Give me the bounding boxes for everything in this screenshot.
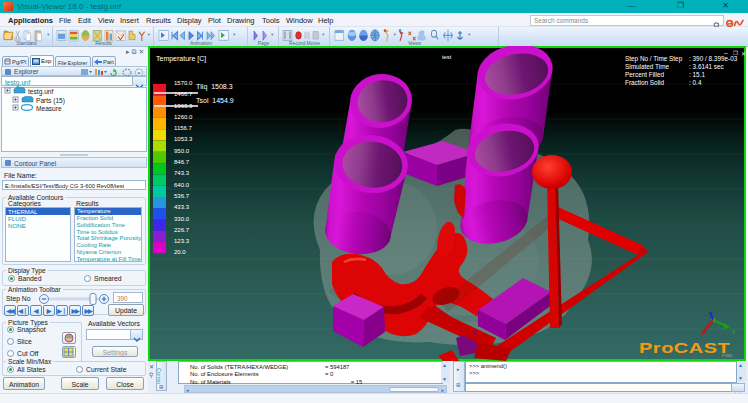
- svg-text:Y: Y: [732, 329, 736, 335]
- svg-text:Parts (15): Parts (15): [36, 97, 65, 105]
- svg-text:Measure: Measure: [36, 105, 62, 112]
- svg-text:testg.unf: testg.unf: [28, 88, 53, 96]
